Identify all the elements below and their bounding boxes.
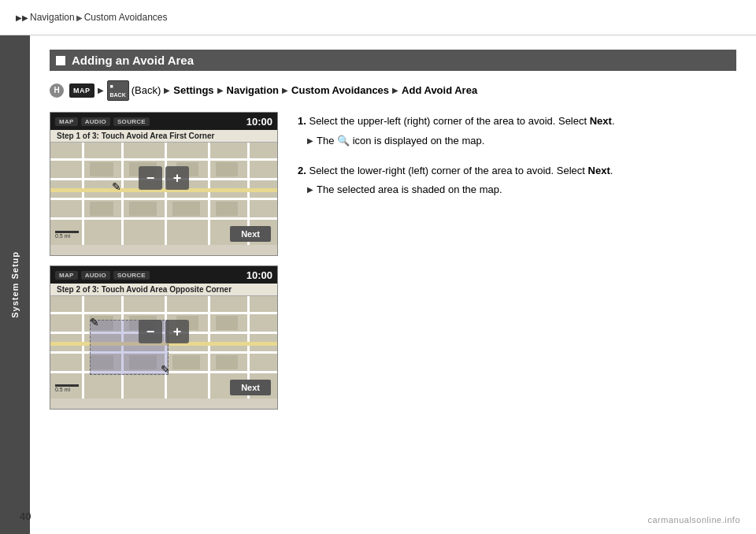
screen1-source-btn[interactable]: SOURCE <box>113 117 150 126</box>
path-navigation: Navigation <box>227 83 279 99</box>
screen1-map: − + ✎ 0.5 mi Next <box>50 143 277 245</box>
instructions-col: 1. Select the upper-left (right) corner … <box>298 112 736 419</box>
screen2-source-btn[interactable]: SOURCE <box>113 271 150 280</box>
screen1-time: 10:00 <box>246 116 272 128</box>
instruction-2: 2. Select the lower-right (left) corner … <box>298 163 736 198</box>
watermark: carmanualsonline.info <box>647 515 740 525</box>
instruction-1-num: 1. <box>298 115 306 127</box>
screen2-topbar: MAP AUDIO SOURCE 10:00 <box>50 266 277 284</box>
screen2-zoom-controls: − + <box>139 320 189 343</box>
breadcrumb-item1: Navigation <box>30 12 75 23</box>
screen1-zoom-in[interactable]: + <box>165 166 189 190</box>
instruction-2-sub: ▶ The selected area is shaded on the map… <box>298 182 736 198</box>
instruction-1: 1. Select the upper-left (right) corner … <box>298 113 736 148</box>
path-settings: Settings <box>173 83 213 99</box>
screen2-time: 10:00 <box>246 269 272 281</box>
instruction-2-sub-arrow: ▶ <box>307 184 313 196</box>
instruction-1-sub: ▶ The 🔍 icon is displayed on the map. <box>298 133 736 149</box>
screen2: MAP AUDIO SOURCE 10:00 Step 2 of 3: Touc… <box>50 265 278 410</box>
screen1-zoom-out[interactable]: − <box>139 166 162 190</box>
breadcrumb-arrows: ▶▶ <box>16 13 28 22</box>
screen2-map-btn[interactable]: MAP <box>55 271 78 280</box>
screen1-audio-btn[interactable]: AUDIO <box>81 117 110 126</box>
screen2-zoom-in[interactable]: + <box>165 320 189 343</box>
screen1-next-btn[interactable]: Next <box>230 226 271 242</box>
instruction-1-sub-text: The 🔍 icon is displayed on the map. <box>317 133 484 149</box>
screen2-scale: 0.5 mi <box>55 384 79 392</box>
section-title: Adding an Avoid Area <box>72 54 194 67</box>
instruction-2-body: Select the lower-right (left) corner of … <box>309 165 613 176</box>
screen1: MAP AUDIO SOURCE 10:00 Step 1 of 3: Touc… <box>50 112 278 256</box>
h-symbol: H <box>50 83 64 98</box>
section-header: Adding an Avoid Area <box>50 50 736 71</box>
path-custom-avoidances: Custom Avoidances <box>291 83 389 99</box>
sidebar-label: System Setup <box>10 251 20 318</box>
screen2-pin2: ✎ <box>161 363 170 376</box>
screen2-step-label: Step 2 of 3: Touch Avoid Area Opposite C… <box>50 284 277 296</box>
instruction-1-text: 1. Select the upper-left (right) corner … <box>298 113 736 129</box>
instruction-2-num: 2. <box>298 165 306 176</box>
two-col-layout: MAP AUDIO SOURCE 10:00 Step 1 of 3: Touc… <box>50 112 736 419</box>
sidebar: System Setup <box>0 35 30 534</box>
screen1-topbar: MAP AUDIO SOURCE 10:00 <box>50 113 277 130</box>
screen1-cursor: ✎ <box>112 180 121 193</box>
breadcrumb-arrow2: ▶ <box>76 13 83 22</box>
screen1-map-btn[interactable]: MAP <box>55 117 78 126</box>
screen1-zoom-controls: − + <box>139 166 189 190</box>
back-paren: (Back) <box>132 83 161 99</box>
instruction-2-text: 2. Select the lower-right (left) corner … <box>298 163 736 179</box>
breadcrumb-bar: ▶▶ Navigation ▶ Custom Avoidances <box>0 0 756 35</box>
screen2-pin1: ✎ <box>90 316 99 328</box>
screenshots-col: MAP AUDIO SOURCE 10:00 Step 1 of 3: Touc… <box>50 112 278 419</box>
screen1-step-label: Step 1 of 3: Touch Avoid Area First Corn… <box>50 130 277 143</box>
screen2-audio-btn[interactable]: AUDIO <box>81 271 110 280</box>
breadcrumb-item2: Custom Avoidances <box>84 12 168 23</box>
screen2-map: − + ✎ ✎ 0.5 mi Next <box>50 296 277 399</box>
path-instruction: H MAP ▶ ■BACK (Back) ▶ Settings ▶ Naviga… <box>50 80 736 101</box>
path-add-avoid-area: Add Avoid Area <box>402 83 477 99</box>
screen2-next-btn[interactable]: Next <box>230 380 271 395</box>
instruction-2-sub-text: The selected area is shaded on the map. <box>317 182 502 198</box>
instruction-1-body: Select the upper-left (right) corner of … <box>309 115 614 127</box>
back-icon: ■BACK <box>107 80 129 101</box>
screen2-zoom-out[interactable]: − <box>139 320 162 343</box>
map-icon-label: MAP <box>69 83 94 98</box>
screen1-scale: 0.5 mi <box>55 231 79 239</box>
main-content: Adding an Avoid Area H MAP ▶ ■BACK (Back… <box>30 35 756 534</box>
instruction-1-sub-arrow: ▶ <box>307 135 313 147</box>
page-number: 40 <box>20 510 31 522</box>
section-icon <box>56 56 65 65</box>
